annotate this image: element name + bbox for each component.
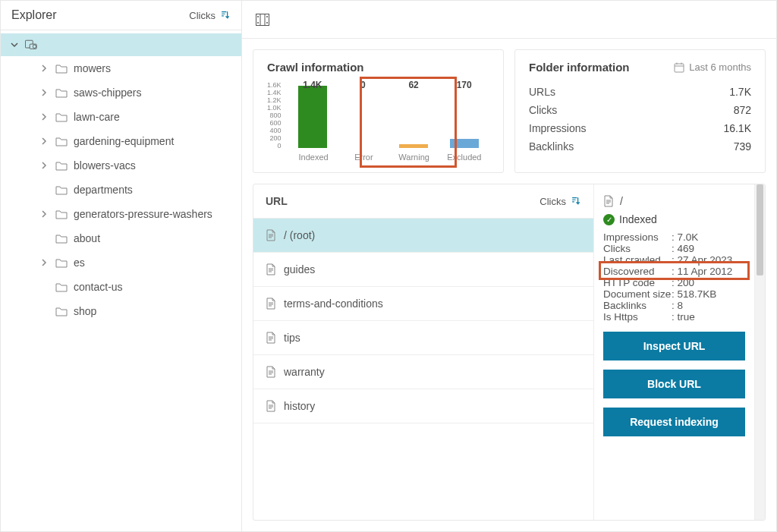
- detail-scrollbar[interactable]: [754, 184, 765, 520]
- detail-key: Clicks: [603, 243, 672, 254]
- folder-card-title: Folder information: [529, 61, 630, 74]
- detail-key: Backlinks: [603, 300, 672, 311]
- bar-excluded[interactable]: 170: [439, 81, 489, 148]
- sidebar-item-label: mowers: [74, 62, 111, 74]
- tree-root[interactable]: [1, 33, 241, 56]
- svg-point-8: [266, 16, 268, 17]
- sidebar-item-about[interactable]: about: [1, 226, 241, 250]
- chevron-down-icon: [10, 40, 19, 49]
- url-label: tips: [284, 332, 300, 344]
- sidebar-item-shop[interactable]: shop: [1, 299, 241, 323]
- page-icon: [266, 400, 276, 412]
- inspect-url-button[interactable]: Inspect URL: [603, 332, 745, 360]
- url-label: history: [284, 400, 315, 412]
- url-row[interactable]: tips: [253, 321, 593, 355]
- url-row[interactable]: terms-and-conditions: [253, 287, 593, 321]
- sidebar-item-generators-pressure-washers[interactable]: generators-pressure-washers: [1, 202, 241, 226]
- scrollbar-thumb[interactable]: [757, 184, 763, 275]
- folder-icon: [55, 306, 68, 316]
- svg-point-9: [266, 22, 268, 24]
- page-icon: [266, 332, 276, 344]
- bar-indexed[interactable]: 1.4K: [288, 81, 338, 148]
- stat-value: 739: [734, 140, 751, 153]
- detail-document-size: Document size518.7KB: [603, 288, 745, 300]
- url-row[interactable]: warranty: [253, 355, 593, 389]
- site-root-icon: [25, 39, 37, 50]
- url-label: guides: [284, 263, 315, 275]
- chevron-right-icon: [39, 137, 49, 145]
- y-tick: 0: [267, 142, 282, 150]
- bar-warning[interactable]: 62: [388, 81, 439, 148]
- chart-y-axis: 1.6K1.4K1.2K1.0K8006004002000: [267, 81, 283, 148]
- detail-last-crawled: Last crawled27 Apr 2023: [603, 254, 745, 266]
- folder-icon: [55, 87, 68, 98]
- detail-impressions: Impressions7.0K: [603, 231, 745, 243]
- stat-key: Backlinks: [529, 140, 574, 153]
- sort-desc-icon: [220, 10, 231, 20]
- detail-clicks: Clicks469: [603, 243, 745, 254]
- sort-label: Clicks: [539, 196, 566, 207]
- detail-path-row: /: [603, 195, 745, 207]
- sidebar-item-label: contact-us: [74, 281, 123, 293]
- stat-key: URLs: [529, 86, 555, 98]
- block-url-button[interactable]: Block URL: [603, 370, 745, 398]
- page-icon: [266, 229, 276, 241]
- bar-rect: [298, 86, 327, 148]
- svg-point-7: [257, 22, 259, 24]
- y-tick: 600: [267, 119, 282, 127]
- sidebar-item-saws-chippers[interactable]: saws-chippers: [1, 80, 241, 105]
- detail-value: 8: [672, 300, 745, 311]
- sidebar-item-contact-us[interactable]: contact-us: [1, 275, 241, 299]
- sidebar-item-departments[interactable]: departments: [1, 178, 241, 202]
- page-icon: [266, 263, 276, 275]
- stat-key: Clicks: [529, 104, 557, 116]
- detail-value: 469: [672, 243, 745, 254]
- url-list: / (root)guidesterms-and-conditionstipswa…: [253, 219, 593, 520]
- main-toolbar: [242, 1, 776, 39]
- request-indexing-button[interactable]: Request indexing: [603, 408, 745, 436]
- crawl-info-card: Crawl information 1.6K1.4K1.2K1.0K800600…: [253, 49, 504, 173]
- folder-stat-impressions: Impressions16.1K: [529, 119, 751, 137]
- url-row[interactable]: / (root): [253, 219, 593, 253]
- sidebar-item-es[interactable]: es: [1, 250, 241, 275]
- bar-rect: [399, 144, 428, 148]
- sidebar-item-lawn-care[interactable]: lawn-care: [1, 105, 241, 129]
- bar-caption: Warning: [389, 153, 439, 162]
- sidebar-item-label: about: [74, 232, 100, 244]
- folder-stat-backlinks: Backlinks739: [529, 137, 751, 156]
- period-selector[interactable]: Last 6 months: [674, 61, 751, 73]
- bar-error[interactable]: 0: [338, 81, 388, 148]
- main-body: Crawl information 1.6K1.4K1.2K1.0K800600…: [242, 39, 776, 531]
- detail-key: Is Https: [603, 311, 672, 323]
- columns-icon[interactable]: [253, 11, 272, 29]
- url-row[interactable]: history: [253, 389, 593, 423]
- page-icon: [266, 366, 276, 378]
- page-icon: [266, 297, 276, 310]
- y-tick: 1.4K: [267, 89, 282, 96]
- folder-icon: [55, 112, 68, 122]
- sidebar-item-gardening-equipment[interactable]: gardening-equipment: [1, 129, 241, 153]
- folder-stat-urls: URLs1.7K: [529, 83, 751, 101]
- bar-rect: [450, 139, 479, 148]
- sidebar-item-label: shop: [74, 305, 96, 317]
- y-tick: 200: [267, 134, 282, 142]
- detail-value: 11 Apr 2012: [672, 266, 745, 277]
- sidebar-item-mowers[interactable]: mowers: [1, 56, 241, 80]
- period-label: Last 6 months: [689, 61, 751, 73]
- explorer-sidebar: Explorer Clicks mowerssaws-chipperslawn-…: [1, 1, 242, 531]
- folder-stat-clicks: Clicks872: [529, 101, 751, 119]
- lower-panel: URL Clicks / (root)guidesterms-and-condi…: [253, 184, 766, 521]
- sidebar-sort-clicks[interactable]: Clicks: [189, 10, 231, 21]
- calendar-icon: [674, 62, 684, 73]
- bar-value-label: 0: [360, 80, 366, 145]
- detail-value: 27 Apr 2023: [672, 254, 745, 266]
- stat-key: Impressions: [529, 122, 586, 134]
- detail-key: Document size: [603, 288, 672, 300]
- svg-point-6: [257, 16, 259, 17]
- url-row[interactable]: guides: [253, 253, 593, 287]
- sidebar-item-blowers-vacs[interactable]: blowers-vacs: [1, 153, 241, 178]
- chart-bars: 1.4K062170: [288, 81, 489, 148]
- url-sort-clicks[interactable]: Clicks: [539, 196, 581, 207]
- detail-value: 7.0K: [672, 231, 745, 243]
- check-circle-icon: ✓: [603, 214, 615, 225]
